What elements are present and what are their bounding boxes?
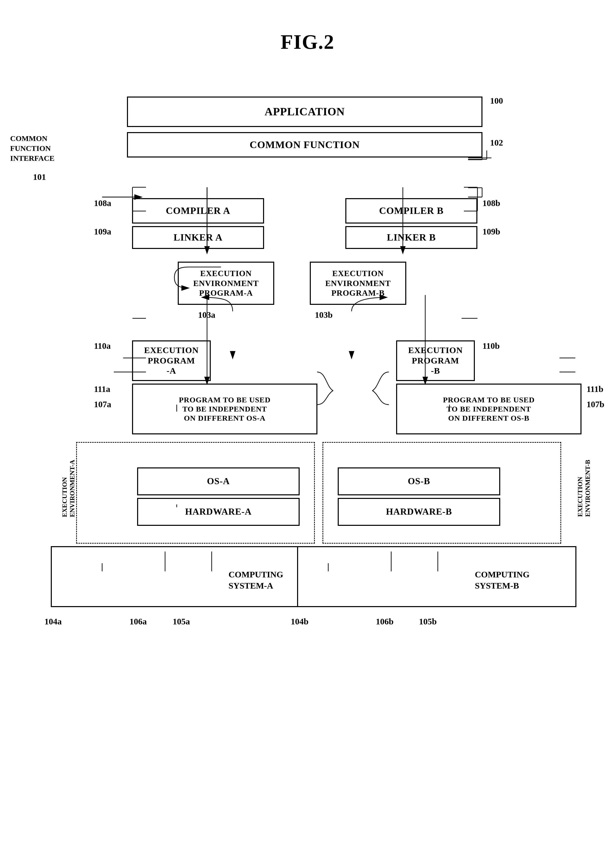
ref-110b-label: 110b <box>482 340 500 352</box>
ref-110a-label: 110a <box>94 340 111 352</box>
ref-102-label: 102 <box>490 137 503 149</box>
hardware-a-box: HARDWARE-A <box>137 498 300 526</box>
ref-107a-label: 107a <box>94 399 111 410</box>
compiler-b-box: COMPILER B <box>345 198 478 224</box>
os-b-box: OS-B <box>338 468 500 495</box>
hardware-b-box: HARDWARE-B <box>338 498 500 526</box>
exec-prog-b-box: EXECUTION PROGRAM -B <box>396 340 475 381</box>
exec-env-a-label: EXECUTION ENVIRONMENT-A <box>61 460 76 517</box>
ref-105a-label: 105a <box>173 616 190 627</box>
ref-111b-label: 111b <box>587 383 603 395</box>
exec-env-prog-a-box: EXECUTION ENVIRONMENT PROGRAM-A <box>178 262 274 305</box>
common-function-box: COMMON FUNCTION <box>127 132 482 158</box>
compiler-a-box: COMPILER A <box>132 198 264 224</box>
ref-106b-label: 106b <box>376 616 393 627</box>
ref-101-label: 101 <box>33 172 46 183</box>
ref-103b-label: 103b <box>315 310 332 321</box>
exec-prog-a-box: EXECUTION PROGRAM -A <box>132 340 211 381</box>
ref-103a-label: 103a <box>198 310 215 321</box>
ref-104b-label: 104b <box>291 616 309 627</box>
application-box: APPLICATION <box>127 97 482 127</box>
ref-109a-label: 109a <box>94 226 111 237</box>
ref-105b-label: 105b <box>419 616 437 627</box>
page-title: FIG.2 <box>0 0 615 53</box>
ref-109b-label: 109b <box>482 226 500 237</box>
prog-indep-a-box: PROGRAM TO BE USED TO BE INDEPENDENT ON … <box>132 383 317 435</box>
ref-104a-label: 104a <box>44 616 62 627</box>
common-function-interface-label: COMMON FUNCTION INTERFACE <box>10 133 54 163</box>
computing-sys-b-box <box>297 546 576 607</box>
computing-sys-a-box <box>51 546 330 607</box>
linker-a-box: LINKER A <box>132 226 264 249</box>
ref-111a-label: 111a <box>94 383 110 395</box>
computing-sys-b-label: COMPUTING SYSTEM-B <box>475 569 529 591</box>
ref-108a-label: 108a <box>94 198 111 209</box>
ref-100-label: 100 <box>490 95 503 106</box>
os-a-box: OS-A <box>137 468 300 495</box>
prog-indep-b-box: PROGRAM TO BE USED TO BE INDEPENDENT ON … <box>396 383 581 435</box>
ref-106a-label: 106a <box>130 616 147 627</box>
linker-b-box: LINKER B <box>345 226 478 249</box>
exec-env-prog-b-box: EXECUTION ENVIRONMENT PROGRAM-B <box>310 262 406 305</box>
ref-107b-label: 107b <box>587 399 604 410</box>
computing-sys-a-label: COMPUTING SYSTEM-A <box>228 569 283 591</box>
ref-108b-label: 108b <box>482 198 500 209</box>
exec-env-b-label: EXECUTION ENVIRONMENT-B <box>576 460 592 517</box>
